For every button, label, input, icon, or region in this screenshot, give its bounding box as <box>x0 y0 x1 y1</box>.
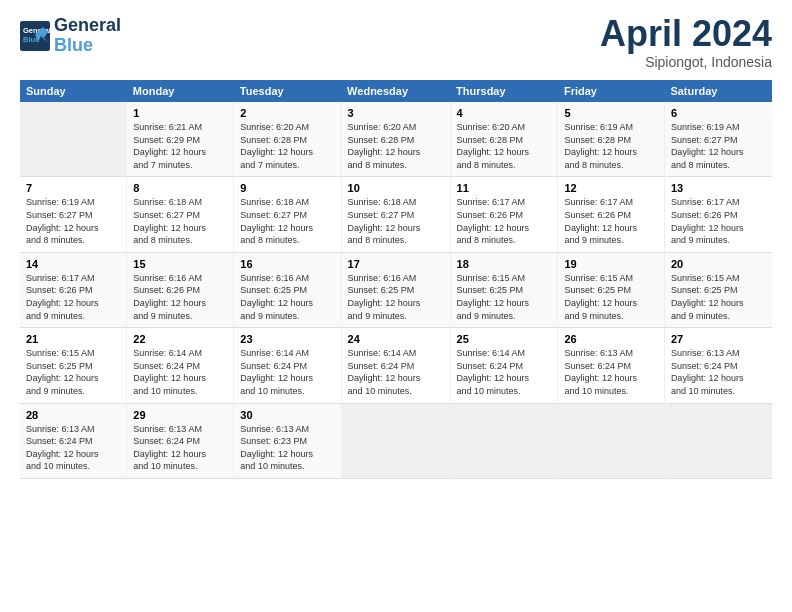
day-number: 17 <box>348 258 444 270</box>
day-number: 13 <box>671 182 766 194</box>
day-cell: 15Sunrise: 6:16 AM Sunset: 6:26 PM Dayli… <box>127 252 234 327</box>
day-number: 21 <box>26 333 120 345</box>
day-cell: 21Sunrise: 6:15 AM Sunset: 6:25 PM Dayli… <box>20 328 127 403</box>
day-info: Sunrise: 6:13 AM Sunset: 6:24 PM Dayligh… <box>564 347 657 397</box>
day-cell: 8Sunrise: 6:18 AM Sunset: 6:27 PM Daylig… <box>127 177 234 252</box>
day-info: Sunrise: 6:14 AM Sunset: 6:24 PM Dayligh… <box>457 347 552 397</box>
day-info: Sunrise: 6:14 AM Sunset: 6:24 PM Dayligh… <box>133 347 227 397</box>
day-number: 19 <box>564 258 657 270</box>
day-number: 16 <box>240 258 334 270</box>
day-number: 24 <box>348 333 444 345</box>
col-monday: Monday <box>127 80 234 102</box>
day-info: Sunrise: 6:17 AM Sunset: 6:26 PM Dayligh… <box>457 196 552 246</box>
day-number: 10 <box>348 182 444 194</box>
month-title: April 2024 <box>600 16 772 52</box>
day-info: Sunrise: 6:13 AM Sunset: 6:24 PM Dayligh… <box>26 423 120 473</box>
day-info: Sunrise: 6:19 AM Sunset: 6:27 PM Dayligh… <box>671 121 766 171</box>
col-wednesday: Wednesday <box>341 80 450 102</box>
week-row-5: 28Sunrise: 6:13 AM Sunset: 6:24 PM Dayli… <box>20 403 772 478</box>
day-cell: 20Sunrise: 6:15 AM Sunset: 6:25 PM Dayli… <box>664 252 772 327</box>
day-info: Sunrise: 6:17 AM Sunset: 6:26 PM Dayligh… <box>564 196 657 246</box>
day-info: Sunrise: 6:19 AM Sunset: 6:27 PM Dayligh… <box>26 196 120 246</box>
day-cell: 29Sunrise: 6:13 AM Sunset: 6:24 PM Dayli… <box>127 403 234 478</box>
day-number: 28 <box>26 409 120 421</box>
day-cell: 2Sunrise: 6:20 AM Sunset: 6:28 PM Daylig… <box>234 102 341 177</box>
day-info: Sunrise: 6:14 AM Sunset: 6:24 PM Dayligh… <box>348 347 444 397</box>
day-number: 23 <box>240 333 334 345</box>
week-row-4: 21Sunrise: 6:15 AM Sunset: 6:25 PM Dayli… <box>20 328 772 403</box>
day-info: Sunrise: 6:16 AM Sunset: 6:25 PM Dayligh… <box>348 272 444 322</box>
col-thursday: Thursday <box>450 80 558 102</box>
day-number: 2 <box>240 107 334 119</box>
title-section: April 2024 Sipiongot, Indonesia <box>600 16 772 70</box>
day-number: 18 <box>457 258 552 270</box>
page-container: General Blue General Blue April 2024 Sip… <box>0 0 792 489</box>
day-info: Sunrise: 6:17 AM Sunset: 6:26 PM Dayligh… <box>26 272 120 322</box>
day-number: 22 <box>133 333 227 345</box>
logo-text: General Blue <box>54 16 121 56</box>
day-cell: 3Sunrise: 6:20 AM Sunset: 6:28 PM Daylig… <box>341 102 450 177</box>
day-cell: 19Sunrise: 6:15 AM Sunset: 6:25 PM Dayli… <box>558 252 664 327</box>
col-tuesday: Tuesday <box>234 80 341 102</box>
col-friday: Friday <box>558 80 664 102</box>
day-number: 20 <box>671 258 766 270</box>
day-number: 26 <box>564 333 657 345</box>
day-info: Sunrise: 6:20 AM Sunset: 6:28 PM Dayligh… <box>457 121 552 171</box>
day-cell: 18Sunrise: 6:15 AM Sunset: 6:25 PM Dayli… <box>450 252 558 327</box>
day-number: 4 <box>457 107 552 119</box>
logo-icon: General Blue <box>20 21 50 51</box>
location-subtitle: Sipiongot, Indonesia <box>600 54 772 70</box>
day-cell: 5Sunrise: 6:19 AM Sunset: 6:28 PM Daylig… <box>558 102 664 177</box>
day-info: Sunrise: 6:13 AM Sunset: 6:24 PM Dayligh… <box>133 423 227 473</box>
day-number: 5 <box>564 107 657 119</box>
day-number: 27 <box>671 333 766 345</box>
day-cell <box>341 403 450 478</box>
day-number: 11 <box>457 182 552 194</box>
day-cell: 6Sunrise: 6:19 AM Sunset: 6:27 PM Daylig… <box>664 102 772 177</box>
calendar-body: 1Sunrise: 6:21 AM Sunset: 6:29 PM Daylig… <box>20 102 772 478</box>
day-cell: 22Sunrise: 6:14 AM Sunset: 6:24 PM Dayli… <box>127 328 234 403</box>
day-number: 12 <box>564 182 657 194</box>
day-info: Sunrise: 6:19 AM Sunset: 6:28 PM Dayligh… <box>564 121 657 171</box>
day-cell: 23Sunrise: 6:14 AM Sunset: 6:24 PM Dayli… <box>234 328 341 403</box>
day-info: Sunrise: 6:18 AM Sunset: 6:27 PM Dayligh… <box>133 196 227 246</box>
day-cell <box>20 102 127 177</box>
day-number: 7 <box>26 182 120 194</box>
day-cell: 9Sunrise: 6:18 AM Sunset: 6:27 PM Daylig… <box>234 177 341 252</box>
day-number: 1 <box>133 107 227 119</box>
day-number: 25 <box>457 333 552 345</box>
day-cell: 26Sunrise: 6:13 AM Sunset: 6:24 PM Dayli… <box>558 328 664 403</box>
day-number: 6 <box>671 107 766 119</box>
day-info: Sunrise: 6:21 AM Sunset: 6:29 PM Dayligh… <box>133 121 227 171</box>
col-sunday: Sunday <box>20 80 127 102</box>
day-cell: 4Sunrise: 6:20 AM Sunset: 6:28 PM Daylig… <box>450 102 558 177</box>
day-cell: 27Sunrise: 6:13 AM Sunset: 6:24 PM Dayli… <box>664 328 772 403</box>
day-info: Sunrise: 6:16 AM Sunset: 6:26 PM Dayligh… <box>133 272 227 322</box>
day-cell: 11Sunrise: 6:17 AM Sunset: 6:26 PM Dayli… <box>450 177 558 252</box>
day-info: Sunrise: 6:18 AM Sunset: 6:27 PM Dayligh… <box>348 196 444 246</box>
day-info: Sunrise: 6:14 AM Sunset: 6:24 PM Dayligh… <box>240 347 334 397</box>
day-number: 15 <box>133 258 227 270</box>
day-number: 14 <box>26 258 120 270</box>
day-info: Sunrise: 6:16 AM Sunset: 6:25 PM Dayligh… <box>240 272 334 322</box>
day-cell: 17Sunrise: 6:16 AM Sunset: 6:25 PM Dayli… <box>341 252 450 327</box>
day-info: Sunrise: 6:20 AM Sunset: 6:28 PM Dayligh… <box>240 121 334 171</box>
day-cell: 24Sunrise: 6:14 AM Sunset: 6:24 PM Dayli… <box>341 328 450 403</box>
day-number: 29 <box>133 409 227 421</box>
calendar-table: Sunday Monday Tuesday Wednesday Thursday… <box>20 80 772 479</box>
logo-line1: General <box>54 16 121 36</box>
day-info: Sunrise: 6:17 AM Sunset: 6:26 PM Dayligh… <box>671 196 766 246</box>
col-saturday: Saturday <box>664 80 772 102</box>
day-cell <box>558 403 664 478</box>
logo-line2: Blue <box>54 36 121 56</box>
logo: General Blue General Blue <box>20 16 121 56</box>
week-row-1: 1Sunrise: 6:21 AM Sunset: 6:29 PM Daylig… <box>20 102 772 177</box>
day-info: Sunrise: 6:18 AM Sunset: 6:27 PM Dayligh… <box>240 196 334 246</box>
week-row-3: 14Sunrise: 6:17 AM Sunset: 6:26 PM Dayli… <box>20 252 772 327</box>
day-cell: 13Sunrise: 6:17 AM Sunset: 6:26 PM Dayli… <box>664 177 772 252</box>
day-cell: 14Sunrise: 6:17 AM Sunset: 6:26 PM Dayli… <box>20 252 127 327</box>
day-cell: 25Sunrise: 6:14 AM Sunset: 6:24 PM Dayli… <box>450 328 558 403</box>
day-number: 9 <box>240 182 334 194</box>
day-cell: 12Sunrise: 6:17 AM Sunset: 6:26 PM Dayli… <box>558 177 664 252</box>
day-info: Sunrise: 6:13 AM Sunset: 6:23 PM Dayligh… <box>240 423 334 473</box>
